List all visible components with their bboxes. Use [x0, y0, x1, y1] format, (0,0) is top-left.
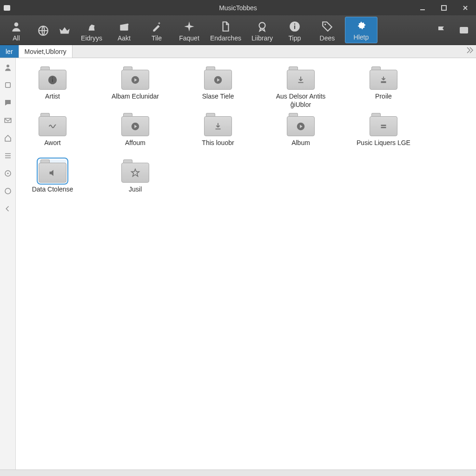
flag-icon[interactable]	[433, 22, 450, 39]
folder-item[interactable]: Album	[273, 111, 328, 158]
tab-1[interactable]: Moviet,Ublorry	[19, 45, 73, 58]
globe-icon	[37, 24, 49, 38]
titlebar: MusicTobbes	[0, 0, 476, 15]
toolbar-label: Endarches	[210, 34, 241, 42]
folder-label: This louobr	[202, 139, 234, 147]
download-icon	[213, 121, 223, 132]
toolbar-all[interactable]: All	[0, 15, 33, 45]
toolbar-tipp[interactable]: Tipp	[278, 15, 311, 45]
folder-item[interactable]: Data Ctolense	[25, 158, 80, 204]
svg-rect-20	[52, 79, 53, 82]
svg-rect-24	[298, 82, 304, 83]
folder-label: Artist	[45, 93, 60, 101]
square-icon[interactable]	[3, 80, 13, 90]
toolbar-liibrary[interactable]: Liibrary	[246, 15, 278, 45]
folder-icon	[121, 113, 149, 136]
gear-icon	[355, 20, 367, 33]
svg-rect-2	[442, 6, 446, 10]
folder-item[interactable]: Awort	[25, 111, 80, 158]
star-icon	[130, 168, 140, 178]
person-icon	[10, 20, 22, 33]
folder-label: Awort	[44, 139, 61, 147]
svg-rect-29	[381, 125, 386, 126]
toolbar-item-1[interactable]	[33, 15, 54, 45]
svg-rect-30	[381, 126, 386, 128]
toolbar-label: Dees	[320, 34, 335, 42]
pencil-star-icon	[151, 20, 163, 33]
toolbar-faquet[interactable]: Faquet	[173, 15, 205, 45]
toolbar-item-2[interactable]	[54, 15, 75, 45]
tab-overflow-icon[interactable]	[467, 47, 473, 53]
person-icon[interactable]	[3, 63, 13, 72]
list-icon[interactable]	[3, 151, 13, 160]
app-menu-icon[interactable]	[0, 0, 14, 15]
folder-icon	[204, 113, 232, 136]
mail-icon[interactable]	[3, 116, 13, 125]
folder-item[interactable]: This louobr	[191, 111, 245, 158]
minimize-button[interactable]	[416, 0, 430, 15]
close-button[interactable]	[458, 0, 472, 15]
folder-item[interactable]: Affoum	[108, 111, 163, 158]
folder-grid: Artist Albam Eclunidar Slase Tiele Aus D…	[25, 65, 476, 204]
toolbar-dees[interactable]: Dees	[311, 15, 344, 45]
folder-grid-area[interactable]: Artist Albam Eclunidar Slase Tiele Aus D…	[16, 58, 476, 469]
speaker-icon	[47, 168, 58, 178]
status-bar	[0, 469, 476, 476]
folder-item[interactable]: Proile	[356, 65, 411, 111]
folder-label: Data Ctolense	[32, 185, 73, 194]
play-icon	[130, 121, 140, 132]
play-icon	[130, 75, 140, 85]
folder-icon	[121, 159, 149, 183]
svg-rect-27	[216, 128, 221, 129]
window-controls	[416, 0, 476, 15]
folder-label: Proile	[375, 93, 392, 101]
svg-rect-12	[460, 27, 468, 33]
svg-point-6	[259, 22, 265, 28]
toolbar-label: Eidryys	[81, 34, 102, 42]
toolbar-aakt[interactable]: Aakt	[108, 15, 140, 45]
folder-label: Albam Eclunidar	[112, 93, 159, 101]
toolbar-hletp[interactable]: Hletp	[345, 17, 377, 43]
home-icon[interactable]	[3, 133, 13, 143]
folder-item[interactable]: Albam Eclunidar	[108, 65, 163, 111]
svg-point-17	[7, 173, 8, 174]
folder-label: Pusic Liquers LGE	[357, 139, 410, 147]
tab-0[interactable]: ler	[0, 45, 19, 58]
folder-item[interactable]: Pusic Liquers LGE	[356, 111, 411, 158]
svg-rect-25	[381, 81, 386, 83]
toolbar-eidryys[interactable]: Eidryys	[75, 15, 108, 45]
folder-icon	[370, 66, 397, 90]
folder-label: Aus Delsor Antits ĝiUblor	[273, 93, 328, 109]
folder-icon	[204, 66, 232, 90]
equals-icon	[378, 121, 389, 132]
folder-label: Affoum	[125, 139, 145, 147]
folder-item[interactable]: Aus Delsor Antits ĝiUblor	[273, 65, 328, 111]
svg-rect-8	[294, 25, 295, 29]
folder-item[interactable]: Jusil	[108, 158, 163, 204]
folder-item[interactable]: Slase Tiele	[191, 65, 245, 111]
svg-point-18	[5, 188, 11, 194]
back-icon[interactable]	[3, 204, 13, 213]
content-body: Artist Albam Eclunidar Slase Tiele Aus D…	[0, 58, 476, 469]
globe2-icon[interactable]	[3, 186, 13, 196]
folder-icon	[287, 66, 315, 90]
folder-icon	[39, 113, 66, 136]
chat-icon[interactable]	[3, 98, 13, 107]
svg-rect-21	[52, 77, 53, 78]
folder-item[interactable]: Artist	[25, 65, 80, 111]
svg-rect-15	[5, 119, 11, 123]
disc-icon[interactable]	[3, 169, 13, 178]
left-sidebar	[0, 58, 16, 469]
toolbar-endarches[interactable]: Endarches	[205, 15, 246, 45]
panel-icon[interactable]	[456, 22, 472, 39]
window-title: MusicTobbes	[219, 4, 257, 12]
toolbar-label: Aakt	[118, 34, 131, 42]
folder-label: Slase Tiele	[202, 93, 234, 101]
play-icon	[296, 121, 306, 132]
folder-icon	[287, 113, 315, 136]
doc-icon	[219, 20, 231, 33]
maximize-button[interactable]	[437, 0, 451, 15]
toolbar-label: Hletp	[354, 33, 369, 41]
star4-icon	[183, 20, 195, 33]
toolbar-tile[interactable]: Tile	[140, 15, 173, 45]
